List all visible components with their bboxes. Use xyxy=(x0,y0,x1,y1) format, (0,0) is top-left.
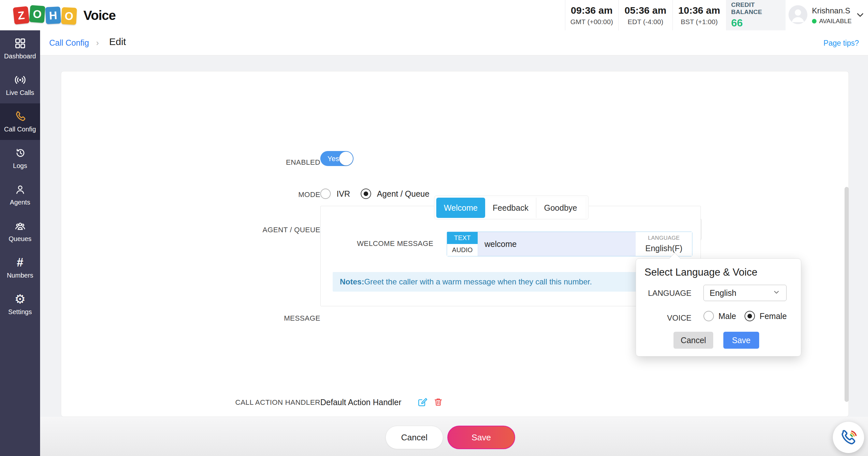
clock-bst: 10:36 am BST (+1:00) xyxy=(673,0,726,30)
notes-text: Greet the caller with a warm message whe… xyxy=(364,277,592,286)
edit-icon[interactable] xyxy=(417,396,428,407)
hash-icon: # xyxy=(14,256,26,269)
welcome-message-label: WELCOME MESSAGE xyxy=(339,239,433,248)
mode-radio-group: IVR Agent / Queue xyxy=(320,189,429,199)
credit-balance: CREDIT BALANCE 66 xyxy=(726,0,785,30)
zoho-voice-logo: Z O H O Voice xyxy=(14,5,116,25)
group-icon xyxy=(14,220,26,232)
sidebar-item-label: Settings xyxy=(8,308,32,316)
dialer-fab-button[interactable] xyxy=(833,422,864,453)
page-tips-link[interactable]: Page tips? xyxy=(824,39,859,48)
sidebar-item-live-calls[interactable]: Live Calls xyxy=(0,67,40,104)
audio-source-tab[interactable]: AUDIO xyxy=(447,244,478,256)
popup-language-label: LANGUAGE xyxy=(643,289,691,298)
chevron-down-icon[interactable] xyxy=(855,10,865,22)
welcome-message-text-input[interactable]: welcome xyxy=(478,232,636,256)
clock-gmt: 09:36 am GMT (+00:00) xyxy=(565,0,618,30)
voice-radio-female[interactable] xyxy=(745,311,755,321)
sidebar-item-dashboard[interactable]: Dashboard xyxy=(0,30,40,67)
vertical-scrollbar[interactable] xyxy=(844,187,849,402)
product-name: Voice xyxy=(84,8,116,23)
status-dot xyxy=(812,19,816,24)
popup-voice-label: VOICE xyxy=(643,313,691,322)
clock-zone: GMT (+00:00) xyxy=(570,18,613,26)
agent-queue-label: AGENT / QUEUE xyxy=(222,226,320,234)
dashboard-icon xyxy=(14,37,26,50)
message-source-switch: TEXT AUDIO xyxy=(447,232,478,256)
clock-edt: 05:36 am EDT (-4:00) xyxy=(618,0,673,30)
enabled-label: ENABLED xyxy=(222,158,320,167)
popup-language-select[interactable]: English xyxy=(704,285,786,301)
sidebar-item-label: Live Calls xyxy=(6,89,34,96)
tab-feedback[interactable]: Feedback xyxy=(485,198,536,218)
breadcrumb-bar: Call Config › Edit Page tips? xyxy=(40,30,868,55)
text-source-tab[interactable]: TEXT xyxy=(447,232,478,244)
popup-language-value: English xyxy=(710,288,773,298)
sidebar-item-call-config[interactable]: Call Config xyxy=(0,104,40,140)
mode-radio-ivr[interactable] xyxy=(320,189,331,199)
live-calls-icon xyxy=(14,74,26,86)
top-bar: Z O H O Voice 09:36 am GMT (+00:00) 05:3… xyxy=(0,0,868,30)
message-label: MESSAGE xyxy=(222,314,320,322)
app-window: Z O H O Voice 09:36 am GMT (+00:00) 05:3… xyxy=(0,0,868,456)
sidebar-item-label: Numbers xyxy=(7,272,33,279)
toggle-knob xyxy=(339,152,353,165)
sidebar-item-label: Queues xyxy=(8,235,31,243)
clock-time: 05:36 am xyxy=(625,5,666,16)
sidebar-item-settings[interactable]: ⚙ Settings xyxy=(0,286,40,322)
logo-letter-o2: O xyxy=(61,7,77,25)
save-button[interactable]: Save xyxy=(447,426,515,449)
clock-zone: EDT (-4:00) xyxy=(627,18,663,26)
sidebar-item-label: Logs xyxy=(13,162,27,170)
voice-radio-male[interactable] xyxy=(704,311,714,321)
breadcrumb-parent-link[interactable]: Call Config xyxy=(49,38,89,48)
sidebar-item-agents[interactable]: Agents xyxy=(0,176,40,213)
person-icon xyxy=(14,183,26,196)
sidebar-item-label: Call Config xyxy=(4,125,36,133)
mode-radio-agent-queue[interactable] xyxy=(361,189,371,199)
sidebar-item-queues[interactable]: Queues xyxy=(0,213,40,250)
toggle-on-text: Yes xyxy=(328,154,339,163)
voice-radio-female-label[interactable]: Female xyxy=(760,312,786,321)
page-title: Edit xyxy=(109,36,126,47)
credit-balance-value: 66 xyxy=(731,17,785,29)
mode-label: MODE xyxy=(222,191,320,199)
enabled-toggle[interactable]: Yes xyxy=(320,151,353,166)
logo-letter-o1: O xyxy=(29,5,45,23)
chevron-down-icon xyxy=(773,288,780,297)
user-menu[interactable]: Krishnan.S AVAILABLE xyxy=(788,3,860,27)
call-action-handler-value: Default Action Handler xyxy=(320,398,401,407)
avatar xyxy=(788,5,807,25)
language-chip-label: LANGUAGE xyxy=(648,235,680,241)
sidebar-item-logs[interactable]: Logs xyxy=(0,140,40,176)
sidebar-item-numbers[interactable]: # Numbers xyxy=(0,250,40,286)
clock-time: 09:36 am xyxy=(571,5,613,16)
logo-letter-z: Z xyxy=(13,6,29,25)
delete-icon[interactable] xyxy=(433,396,444,407)
voice-radio-male-label[interactable]: Male xyxy=(718,312,736,321)
call-config-form-card: ENABLED Yes MODE IVR Agent / Queue AGENT… xyxy=(61,71,849,417)
clock-time: 10:36 am xyxy=(678,5,720,16)
status-text: AVAILABLE xyxy=(819,18,852,25)
popup-title: Select Language & Voice xyxy=(645,266,757,278)
sidebar-item-label: Agents xyxy=(10,199,30,206)
history-icon xyxy=(14,147,26,159)
sidebar-item-label: Dashboard xyxy=(4,53,36,60)
logo-letter-h: H xyxy=(45,6,61,24)
popup-cancel-button[interactable]: Cancel xyxy=(674,332,713,349)
language-chip[interactable]: LANGUAGE English(F) xyxy=(636,232,692,256)
cancel-button[interactable]: Cancel xyxy=(385,426,443,449)
popup-save-button[interactable]: Save xyxy=(723,332,759,349)
notes-banner: Notes: Greet the caller with a warm mess… xyxy=(333,272,688,292)
welcome-message-box: TEXT AUDIO welcome LANGUAGE English(F) xyxy=(447,232,692,256)
mode-radio-agent-queue-label[interactable]: Agent / Queue xyxy=(377,189,429,199)
mode-radio-ivr-label[interactable]: IVR xyxy=(337,189,350,199)
credit-balance-label: CREDIT BALANCE xyxy=(731,1,785,16)
message-tabs: Welcome Feedback Goodbye xyxy=(434,195,589,220)
tab-goodbye[interactable]: Goodbye xyxy=(536,198,585,218)
tab-welcome[interactable]: Welcome xyxy=(436,198,485,218)
user-status: AVAILABLE xyxy=(812,18,852,25)
breadcrumb-separator: › xyxy=(96,38,99,48)
phone-waves-icon xyxy=(839,427,858,448)
language-chip-value: English(F) xyxy=(646,244,683,253)
